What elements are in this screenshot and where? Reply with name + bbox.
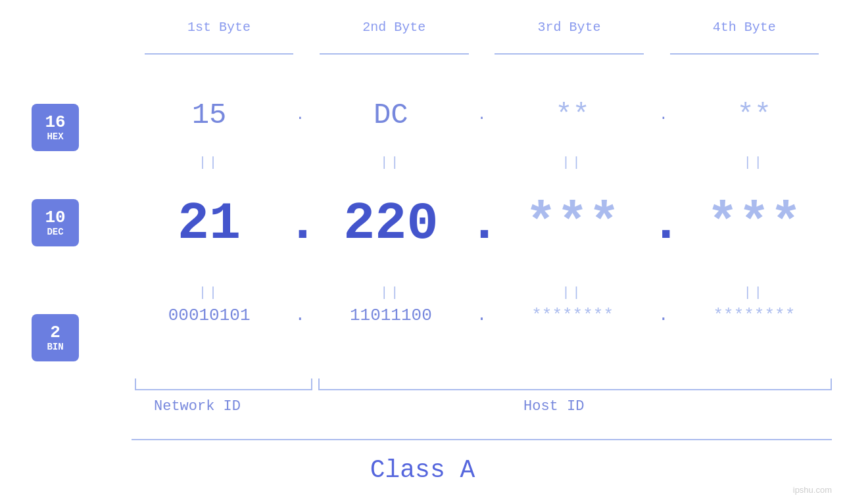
equals-row-1: || || || || bbox=[132, 152, 832, 172]
hex-dot-1: . bbox=[287, 107, 313, 124]
eq-2-3: || bbox=[495, 285, 650, 300]
eq-1-3: || bbox=[495, 155, 650, 170]
dec-val-1: 21 bbox=[178, 194, 241, 254]
eq-1-4: || bbox=[677, 155, 832, 170]
hex-val-4: ** bbox=[736, 99, 771, 131]
bin-row: 00010101 . 11011100 . ******** . *******… bbox=[92, 306, 832, 325]
top-brackets bbox=[132, 47, 832, 60]
hex-dot-3: . bbox=[650, 107, 677, 124]
hex-byte-3: ** bbox=[495, 99, 650, 131]
bin-val-2: 11011100 bbox=[350, 306, 432, 325]
dec-byte-2: 220 bbox=[313, 194, 468, 254]
hex-dot-2: . bbox=[469, 107, 495, 124]
bracket-line-3 bbox=[495, 53, 643, 55]
eq-2-2: || bbox=[313, 285, 468, 300]
dec-dot-1: . bbox=[287, 194, 313, 254]
bin-base-badge: 2 BIN bbox=[32, 314, 79, 361]
bin-dot-1: . bbox=[287, 306, 313, 325]
dec-val-2: 220 bbox=[343, 194, 438, 254]
host-id-label: Host ID bbox=[523, 398, 584, 415]
dec-byte-3: *** bbox=[495, 194, 650, 254]
hex-byte-2: DC bbox=[313, 99, 468, 131]
dec-base-num: 10 bbox=[45, 208, 65, 227]
byte-headers: 1st Byte 2nd Byte 3rd Byte 4th Byte bbox=[132, 20, 832, 35]
main-container: 1st Byte 2nd Byte 3rd Byte 4th Byte 16 H… bbox=[0, 0, 845, 504]
byte-header-1: 1st Byte bbox=[132, 20, 306, 35]
bin-byte-3: ******** bbox=[495, 306, 650, 325]
dec-dot-2: . bbox=[469, 194, 495, 254]
hex-row: 15 . DC . ** . ** bbox=[92, 99, 832, 131]
hex-val-1: 15 bbox=[192, 99, 227, 131]
bin-val-1: 00010101 bbox=[168, 306, 251, 325]
hex-byte-4: ** bbox=[677, 99, 832, 131]
hex-base-num: 16 bbox=[45, 113, 65, 132]
bracket-line-4 bbox=[670, 53, 819, 55]
byte-header-2: 2nd Byte bbox=[306, 20, 481, 35]
watermark: ipshu.com bbox=[793, 485, 832, 495]
dec-row: 21 . 220 . *** . *** bbox=[92, 194, 832, 254]
dec-dot-3: . bbox=[650, 194, 677, 254]
bracket-cell-2 bbox=[306, 47, 481, 60]
hex-base-label: HEX bbox=[47, 132, 63, 142]
dec-byte-4: *** bbox=[677, 194, 832, 254]
bracket-cell-1 bbox=[132, 47, 306, 60]
hex-byte-1: 15 bbox=[132, 99, 287, 131]
network-bracket bbox=[135, 378, 312, 390]
dec-base-label: DEC bbox=[47, 227, 63, 237]
bin-base-num: 2 bbox=[50, 323, 60, 342]
eq-2-1: || bbox=[132, 285, 287, 300]
dec-byte-1: 21 bbox=[132, 194, 287, 254]
hex-val-3: ** bbox=[555, 99, 590, 131]
eq-2-4: || bbox=[677, 285, 832, 300]
bin-byte-2: 11011100 bbox=[313, 306, 468, 325]
bin-base-label: BIN bbox=[47, 342, 63, 352]
bracket-line-2 bbox=[320, 53, 468, 55]
bracket-cell-4 bbox=[657, 47, 832, 60]
bin-val-3: ******** bbox=[531, 306, 614, 325]
eq-1-1: || bbox=[132, 155, 287, 170]
class-label: Class A bbox=[0, 456, 845, 484]
bracket-cell-3 bbox=[482, 47, 657, 60]
dec-base-badge: 10 DEC bbox=[32, 199, 79, 246]
dec-val-3: *** bbox=[525, 194, 620, 254]
bin-val-4: ******** bbox=[713, 306, 795, 325]
full-bottom-line bbox=[132, 439, 832, 440]
bin-dot-3: . bbox=[650, 306, 677, 325]
bin-byte-1: 00010101 bbox=[132, 306, 287, 325]
byte-header-4: 4th Byte bbox=[657, 20, 832, 35]
network-id-label: Network ID bbox=[154, 398, 241, 415]
byte-header-3: 3rd Byte bbox=[482, 20, 657, 35]
equals-row-2: || || || || bbox=[132, 283, 832, 302]
bin-byte-4: ******** bbox=[677, 306, 832, 325]
hex-val-2: DC bbox=[374, 99, 408, 131]
host-bracket bbox=[318, 378, 832, 390]
hex-base-badge: 16 HEX bbox=[32, 104, 79, 151]
eq-1-2: || bbox=[313, 155, 468, 170]
bin-dot-2: . bbox=[469, 306, 495, 325]
bracket-line-1 bbox=[145, 53, 293, 55]
dec-val-4: *** bbox=[707, 194, 802, 254]
